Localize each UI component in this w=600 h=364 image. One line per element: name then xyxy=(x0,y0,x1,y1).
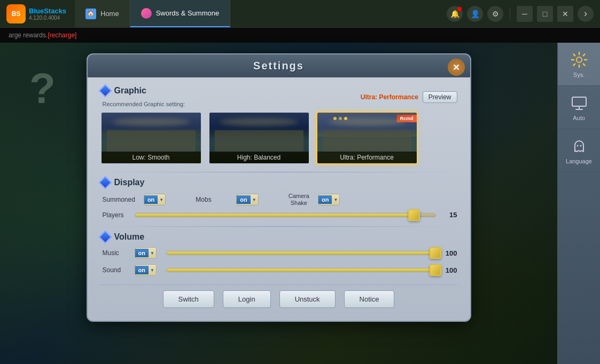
close-button[interactable]: ✕ xyxy=(557,6,573,22)
sidebar-item-auto[interactable]: Auto xyxy=(558,86,600,129)
notice-button[interactable]: Notice xyxy=(344,290,395,308)
svg-rect-1 xyxy=(572,97,586,106)
settings-close-button[interactable]: ✕ xyxy=(448,59,465,76)
summoned-toggle[interactable]: on ▼ xyxy=(144,194,166,205)
right-sidebar: Sys. Auto Language xyxy=(557,43,600,364)
bluestacks-version: 4.120.0.4004 xyxy=(29,15,66,21)
music-slider-row: Music on ▼ 100 xyxy=(103,247,457,259)
reward-text: arge rewards. xyxy=(9,31,48,39)
players-value: 15 xyxy=(441,211,457,219)
tab-home-label: Home xyxy=(100,10,119,18)
display-label: Display xyxy=(114,178,145,187)
graphic-thumb-high: High: Balanced xyxy=(209,113,309,163)
sidebar-item-sys[interactable]: Sys. xyxy=(558,43,600,86)
top-bar: BS BlueStacks 4.120.0.4004 🏠 Home Swords… xyxy=(0,0,600,28)
bluestacks-app-name: BlueStacks xyxy=(29,7,66,15)
switch-button[interactable]: Switch xyxy=(163,290,214,308)
tab-game[interactable]: Swords & Summone xyxy=(130,0,231,27)
players-label: Players xyxy=(103,211,129,219)
graphic-option-low[interactable]: Low: Smooth xyxy=(100,112,202,164)
summoned-label: Summoned xyxy=(103,196,135,203)
recharge-link[interactable]: [recharge] xyxy=(48,31,76,39)
graphic-label: Graphic xyxy=(114,86,146,96)
graphic-option-ultra-wrap: Rcmd xyxy=(316,112,418,164)
sound-toggle[interactable]: on ▼ xyxy=(135,264,157,276)
sound-toggle-value: on xyxy=(135,266,149,274)
music-toggle[interactable]: on ▼ xyxy=(135,247,157,259)
thumb-lights xyxy=(112,118,190,126)
svg-point-3 xyxy=(580,145,581,147)
preview-button[interactable]: Preview xyxy=(423,91,457,103)
camera-shake-label: CameraShake xyxy=(289,193,309,207)
music-value: 100 xyxy=(441,249,457,257)
sidebar-language-label: Language xyxy=(566,158,592,164)
avatar-button[interactable]: 👤 xyxy=(467,6,483,22)
volume-header: Volume xyxy=(100,232,457,242)
more-button[interactable]: › xyxy=(578,6,594,22)
sound-slider[interactable] xyxy=(166,268,436,272)
tab-game-label: Swords & Summone xyxy=(156,9,220,17)
ghost-icon xyxy=(570,137,589,156)
settings-panel: Settings ✕ Graphic Recommended Graphic s… xyxy=(0,43,557,364)
sound-value: 100 xyxy=(441,266,457,274)
sound-slider-fill xyxy=(167,268,435,272)
sidebar-auto-label: Auto xyxy=(573,115,585,121)
volume-diamond-icon xyxy=(98,231,112,244)
display-header: Display xyxy=(100,178,457,187)
bluestacks-logo: BS BlueStacks 4.120.0.4004 xyxy=(0,4,75,23)
summoned-toggle-arrow: ▼ xyxy=(158,194,165,205)
ultra-performance-label: Ultra: Performance xyxy=(361,93,418,101)
settings-button[interactable]: ⚙ xyxy=(487,6,503,22)
mobs-toggle-value: on xyxy=(237,195,250,204)
camera-shake-toggle[interactable]: on ▼ xyxy=(318,194,340,205)
main-area: Settings ✕ Graphic Recommended Graphic s… xyxy=(0,43,600,364)
gear-icon xyxy=(570,50,589,69)
players-slider[interactable] xyxy=(135,213,436,217)
svg-point-2 xyxy=(576,145,578,147)
sidebar-item-language[interactable]: Language xyxy=(558,129,600,172)
graphic-low-label: Low: Smooth xyxy=(102,152,201,163)
mobs-toggle[interactable]: on ▼ xyxy=(236,194,258,205)
thumb-boats-high xyxy=(215,130,303,152)
settings-dialog: Settings ✕ Graphic Recommended Graphic s… xyxy=(87,53,471,322)
sound-toggle-arrow: ▼ xyxy=(149,265,156,275)
notification-button[interactable]: 🔔 xyxy=(447,6,463,22)
graphic-option-ultra[interactable]: Rcmd xyxy=(316,112,418,164)
graphic-thumb-low: Low: Smooth xyxy=(102,113,201,163)
settings-title: Settings xyxy=(98,60,459,72)
bluestacks-logo-icon: BS xyxy=(6,4,26,23)
unstuck-button[interactable]: Unstuck xyxy=(279,290,336,308)
sound-slider-row: Sound on ▼ 100 xyxy=(103,264,457,276)
top-bar-controls: 🔔 👤 ⚙ ─ □ ✕ › xyxy=(447,6,600,22)
reward-bar: arge rewards. [recharge] xyxy=(0,28,600,43)
graphic-option-high[interactable]: High: Balanced xyxy=(208,112,310,164)
volume-section: Volume Music on ▼ 100 xyxy=(100,232,457,276)
graphic-high-label: High: Balanced xyxy=(209,152,309,163)
bottom-buttons: Switch Login Unstuck Notice xyxy=(100,284,457,310)
camera-shake-toggle-value: on xyxy=(318,195,332,204)
home-icon: 🏠 xyxy=(85,9,96,19)
tab-home[interactable]: 🏠 Home xyxy=(75,0,130,27)
music-slider-thumb[interactable] xyxy=(430,247,441,259)
graphic-ultra-label: Ultra: Performance xyxy=(317,152,417,163)
sound-label: Sound xyxy=(103,266,129,274)
music-slider-fill xyxy=(167,251,435,255)
sound-slider-thumb[interactable] xyxy=(430,264,441,276)
login-button[interactable]: Login xyxy=(223,290,271,308)
graphic-option-low-wrap: Low: Smooth xyxy=(100,112,202,164)
thumb-boats-ultra xyxy=(323,130,411,152)
camera-shake-toggle-arrow: ▼ xyxy=(332,194,339,205)
restore-button[interactable]: □ xyxy=(537,6,553,22)
monitor-icon xyxy=(570,93,589,113)
players-slider-thumb[interactable] xyxy=(408,209,420,221)
thumb-lights-high xyxy=(220,118,298,126)
mobs-label: Mobs xyxy=(196,196,228,203)
minimize-button[interactable]: ─ xyxy=(517,6,533,22)
display-toggles-row: Summoned on ▼ Mobs on ▼ CameraShake on xyxy=(103,193,457,207)
players-slider-fill xyxy=(135,213,415,217)
thumb-boats xyxy=(107,130,196,152)
graphic-options: Low: Smooth High: Bal xyxy=(100,112,457,164)
music-slider[interactable] xyxy=(166,251,436,255)
divider-2 xyxy=(100,226,457,227)
game-icon xyxy=(141,8,152,19)
